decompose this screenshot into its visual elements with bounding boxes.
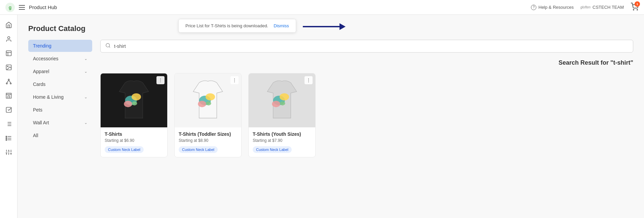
arrow-line	[303, 26, 340, 27]
product-image	[188, 77, 228, 124]
notification-text: Price List for T-Shirts is being downloa…	[185, 23, 268, 28]
product-image	[262, 77, 302, 124]
app-title: Product Hub	[29, 4, 57, 10]
svg-line-36	[109, 46, 110, 48]
product-more-button[interactable]: ⋮	[230, 76, 239, 84]
category-item-wall-art[interactable]: Wall Art⌄	[28, 117, 92, 129]
sidebar-icon-checklist[interactable]	[3, 104, 15, 116]
category-item-cards[interactable]: Cards	[28, 78, 92, 90]
product-name: T-Shirts (Youth Sizes)	[253, 131, 311, 137]
svg-rect-24	[6, 138, 7, 139]
svg-point-39	[124, 101, 132, 107]
sidebar-icon-network[interactable]	[3, 75, 15, 88]
arrow-indicator	[303, 23, 346, 30]
product-more-button[interactable]: ⋮	[156, 76, 165, 84]
team-logo: gloften	[580, 5, 591, 9]
cart-button[interactable]: 1	[631, 3, 639, 12]
product-info: T-Shirts (Youth Sizes) Starting at $7.90…	[249, 127, 315, 157]
category-label: Home & Living	[33, 94, 64, 100]
product-grid: ⋮ T-Shirts Starting at $6.90 Custom Neck…	[100, 73, 633, 157]
main-content: Product Catalog TrendingAccessories⌄Appa…	[17, 15, 644, 218]
right-content: Search Result for "t-shirt" ⋮ T-Shirts S…	[100, 40, 633, 157]
svg-point-9	[6, 83, 7, 84]
chevron-icon: ⌄	[84, 56, 87, 61]
sidebar-icon-user[interactable]	[3, 33, 15, 45]
search-icon	[105, 43, 111, 50]
product-info: T-Shirts (Toddler Sizes) Starting at $8.…	[175, 127, 241, 157]
product-price: Starting at $8.90	[179, 138, 237, 143]
svg-line-12	[9, 80, 11, 83]
product-badge[interactable]: Custom Neck Label	[179, 146, 218, 153]
svg-rect-23	[6, 136, 7, 137]
sidebar-icon-list[interactable]	[3, 118, 15, 130]
svg-point-44	[206, 101, 211, 105]
svg-point-2	[7, 37, 10, 39]
help-resources-link[interactable]: ? Help & Resources	[531, 5, 574, 10]
header-left: g Product Hub	[5, 3, 57, 12]
svg-line-11	[7, 80, 9, 83]
category-item-trending[interactable]: Trending	[28, 40, 92, 52]
notification-banner: Price List for T-Shirts is being downloa…	[178, 19, 296, 33]
team-name: CSTECH TEAM	[593, 5, 624, 10]
cart-count-badge: 1	[635, 1, 640, 7]
sidebar-icon-list2[interactable]	[3, 132, 15, 144]
svg-point-0	[633, 9, 634, 10]
chevron-icon: ⌄	[84, 120, 87, 125]
category-label: Trending	[33, 43, 51, 49]
dismiss-button[interactable]: Dismiss	[274, 23, 289, 28]
product-more-button[interactable]: ⋮	[305, 76, 313, 84]
category-item-all[interactable]: All	[28, 129, 92, 142]
svg-rect-13	[6, 107, 11, 113]
product-image-wrap: ⋮	[175, 73, 241, 127]
category-label: Accessories	[33, 56, 58, 61]
chevron-icon: ⌄	[84, 95, 87, 99]
svg-point-38	[132, 93, 141, 100]
product-card[interactable]: ⋮ T-Shirts (Toddler Sizes) Starting at $…	[174, 73, 242, 157]
help-icon: ?	[531, 5, 536, 10]
help-label: Help & Resources	[538, 5, 574, 10]
header-right: ? Help & Resources gloften CSTECH TEAM 1	[531, 3, 639, 12]
sidebar-icon-store[interactable]	[3, 90, 15, 102]
search-input[interactable]	[114, 43, 628, 49]
category-label: Pets	[33, 107, 42, 113]
sidebar-icon-document[interactable]	[3, 47, 15, 59]
svg-rect-25	[6, 139, 7, 141]
svg-point-8	[8, 79, 9, 80]
category-item-accessories[interactable]: Accessories⌄	[28, 53, 92, 65]
search-bar	[100, 40, 633, 53]
product-price: Starting at $7.90	[253, 138, 311, 143]
sidebar-icon-image[interactable]	[3, 61, 15, 73]
svg-point-35	[106, 43, 110, 47]
sidebar-icon-home[interactable]	[3, 19, 15, 31]
app-logo: g	[5, 3, 15, 12]
menu-toggle-button[interactable]	[19, 5, 25, 10]
svg-point-7	[7, 66, 8, 67]
svg-point-42	[206, 93, 215, 100]
svg-point-48	[280, 101, 285, 105]
svg-rect-3	[6, 51, 11, 56]
svg-point-46	[280, 93, 289, 100]
product-image-wrap: ⋮	[249, 73, 315, 127]
product-badge[interactable]: Custom Neck Label	[253, 146, 292, 153]
main-header: g Product Hub ? Help & Resources gloften…	[0, 0, 644, 15]
category-sidebar: TrendingAccessories⌄Apparel⌄CardsHome & …	[28, 40, 92, 157]
category-item-pets[interactable]: Pets	[28, 104, 92, 116]
category-item-home-&-living[interactable]: Home & Living⌄	[28, 91, 92, 103]
left-sidebar	[0, 15, 17, 218]
category-item-apparel[interactable]: Apparel⌄	[28, 65, 92, 77]
category-label: Cards	[33, 82, 45, 87]
product-image-wrap: ⋮	[101, 73, 167, 127]
svg-point-40	[132, 101, 137, 105]
arrow-head	[339, 23, 346, 30]
content-area: TrendingAccessories⌄Apparel⌄CardsHome & …	[28, 40, 633, 157]
category-label: All	[33, 133, 38, 138]
product-name: T-Shirts	[105, 131, 163, 137]
product-image	[114, 77, 154, 124]
product-card[interactable]: ⋮ T-Shirts Starting at $6.90 Custom Neck…	[100, 73, 168, 157]
product-card[interactable]: ⋮ T-Shirts (Youth Sizes) Starting at $7.…	[248, 73, 316, 157]
product-badge[interactable]: Custom Neck Label	[105, 146, 144, 153]
search-result-title: Search Result for "t-shirt"	[100, 59, 633, 66]
svg-point-1	[637, 9, 638, 10]
svg-point-43	[198, 101, 206, 107]
sidebar-icon-sliders[interactable]	[3, 146, 15, 158]
